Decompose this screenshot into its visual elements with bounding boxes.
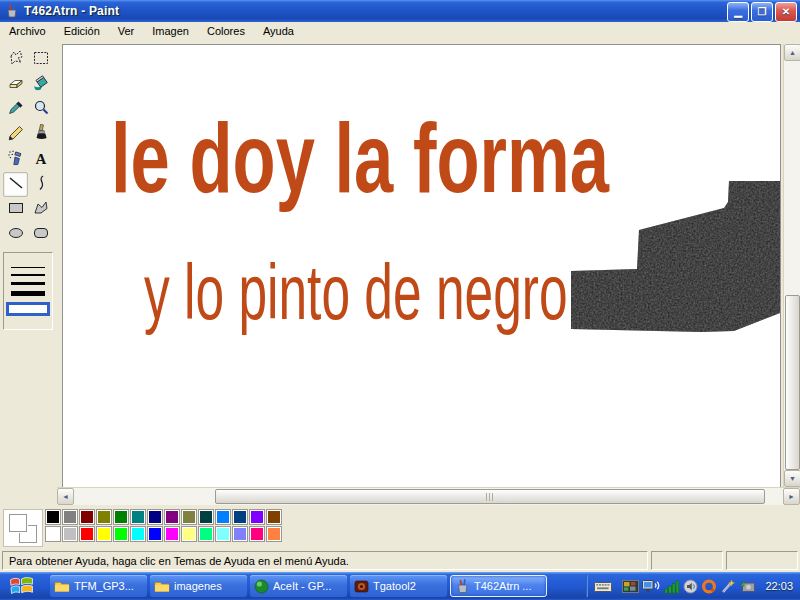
palette-swatch[interactable] — [130, 526, 146, 542]
scroll-down-button[interactable]: ▼ — [784, 470, 800, 487]
tool-eraser[interactable] — [3, 72, 28, 97]
polygon-icon — [32, 199, 50, 221]
line-width-options — [3, 252, 53, 330]
line-width-option-2[interactable] — [11, 274, 45, 276]
tray-magic-wand-icon[interactable] — [720, 579, 736, 594]
vertical-scroll-thumb[interactable] — [785, 295, 800, 470]
palette-swatch[interactable] — [147, 526, 163, 542]
tray-gpu-icon[interactable] — [622, 579, 639, 594]
tool-rectangle[interactable] — [3, 197, 28, 222]
tgatool-icon — [354, 579, 369, 594]
menu-item-imagen[interactable]: Imagen — [143, 23, 198, 39]
palette-swatch[interactable] — [198, 526, 214, 542]
tool-ellipse[interactable] — [3, 222, 28, 247]
restore-button[interactable]: ❐ — [751, 2, 773, 22]
palette-swatch[interactable] — [113, 526, 129, 542]
taskbar-button-imagenes[interactable]: imagenes — [150, 575, 247, 597]
taskbar-button-tfm-gp3[interactable]: TFM_GP3... — [50, 575, 147, 597]
taskbar-button-aceit-gp[interactable]: AceIt - GP... — [250, 575, 347, 597]
status-bar: Para obtener Ayuda, haga clic en Temas d… — [0, 548, 800, 572]
line-width-option-4[interactable] — [11, 291, 45, 296]
palette-swatch[interactable] — [62, 526, 78, 542]
tray-orange-ring-icon[interactable] — [701, 579, 717, 594]
tool-rounded-rectangle[interactable] — [28, 222, 53, 247]
palette-swatch[interactable] — [45, 509, 61, 525]
palette-swatch[interactable] — [232, 526, 248, 542]
palette-swatch[interactable] — [181, 526, 197, 542]
tool-text[interactable]: A — [28, 147, 53, 172]
tray-removable-media-icon[interactable] — [739, 579, 756, 594]
menu-item-edicion[interactable]: Edición — [55, 23, 109, 39]
status-cell-2 — [726, 551, 798, 570]
tool-free-form-select[interactable] — [3, 47, 28, 72]
tray-signal-bars-icon[interactable] — [664, 579, 680, 594]
taskbar-button-t462atrn[interactable]: T462Atrn ... — [450, 575, 547, 597]
palette-swatch[interactable] — [79, 526, 95, 542]
palette-swatch[interactable] — [130, 509, 146, 525]
tool-polygon[interactable] — [28, 197, 53, 222]
palette-swatch[interactable] — [113, 509, 129, 525]
line-width-option-5-selected[interactable] — [6, 302, 50, 316]
tray-display-network-icon[interactable] — [642, 579, 661, 594]
scroll-left-button[interactable]: ◄ — [57, 488, 74, 505]
taskbar-button-label: imagenes — [174, 580, 222, 592]
start-button[interactable] — [8, 575, 38, 597]
text-icon: A — [32, 149, 50, 171]
menu-item-ver[interactable]: Ver — [109, 23, 144, 39]
horizontal-scroll-thumb[interactable] — [215, 489, 765, 504]
tool-magnifier[interactable] — [28, 97, 53, 122]
tool-airbrush[interactable] — [3, 147, 28, 172]
tool-fill[interactable] — [28, 72, 53, 97]
airbrush-icon — [7, 149, 25, 171]
drawing-canvas[interactable]: le doy la forma y lo pinto de negro — [62, 44, 781, 488]
scroll-up-button[interactable]: ▲ — [784, 44, 800, 61]
scroll-right-button[interactable]: ► — [783, 488, 800, 505]
pick-color-icon — [7, 99, 25, 121]
palette-swatch[interactable] — [249, 526, 265, 542]
palette-swatch[interactable] — [215, 526, 231, 542]
palette-swatch[interactable] — [96, 509, 112, 525]
tray-keyboard-icon[interactable] — [594, 579, 612, 594]
palette-swatch[interactable] — [45, 526, 61, 542]
window-title: T462Atrn - Paint — [24, 4, 119, 18]
tool-brush[interactable] — [28, 122, 53, 147]
status-cell-1 — [651, 551, 723, 570]
palette-swatch[interactable] — [266, 526, 282, 542]
menu-item-archivo[interactable]: Archivo — [0, 23, 55, 39]
palette-swatch[interactable] — [198, 509, 214, 525]
taskbar-button-tgatool2[interactable]: Tgatool2 — [350, 575, 447, 597]
tool-select[interactable] — [28, 47, 53, 72]
tool-line[interactable] — [3, 172, 28, 197]
menu-item-ayuda[interactable]: Ayuda — [254, 23, 303, 39]
close-button[interactable]: ✕ — [775, 2, 797, 22]
current-colors-indicator — [3, 509, 43, 547]
palette-swatch[interactable] — [164, 509, 180, 525]
palette-swatch[interactable] — [232, 509, 248, 525]
palette-swatch[interactable] — [215, 509, 231, 525]
rounded-rectangle-icon — [32, 224, 50, 246]
palette-swatch[interactable] — [164, 526, 180, 542]
title-bar: T462Atrn - Paint ▁❐✕ — [0, 0, 800, 22]
line-width-option-1[interactable] — [11, 267, 45, 268]
horizontal-scrollbar[interactable]: ◄ ► — [57, 487, 800, 505]
paint-window: T462Atrn - Paint ▁❐✕ ArchivoEdiciónVerIm… — [0, 0, 800, 600]
palette-swatch[interactable] — [79, 509, 95, 525]
pencil-icon — [7, 124, 25, 146]
menu-bar: ArchivoEdiciónVerImagenColoresAyuda — [0, 22, 800, 41]
svg-text:A: A — [35, 150, 46, 166]
palette-swatch[interactable] — [249, 509, 265, 525]
tray-volume-icon[interactable] — [683, 579, 698, 594]
palette-swatch[interactable] — [266, 509, 282, 525]
line-width-option-3[interactable] — [11, 282, 45, 285]
vertical-scrollbar[interactable]: ▲ ▼ — [783, 44, 800, 487]
palette-swatch[interactable] — [96, 526, 112, 542]
menu-item-colores[interactable]: Colores — [198, 23, 254, 39]
minimize-button[interactable]: ▁ — [727, 2, 749, 22]
palette-swatch[interactable] — [181, 509, 197, 525]
tool-pencil[interactable] — [3, 122, 28, 147]
palette-swatch[interactable] — [147, 509, 163, 525]
tool-pick-color[interactable] — [3, 97, 28, 122]
tool-curve[interactable] — [28, 172, 53, 197]
palette-swatch[interactable] — [62, 509, 78, 525]
brush-icon — [32, 124, 50, 146]
